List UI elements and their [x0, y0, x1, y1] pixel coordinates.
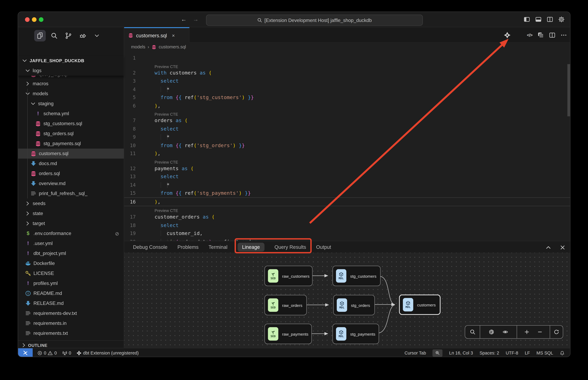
activity-more[interactable]: [91, 30, 103, 41]
code-line-19[interactable]: 19 customer_id,: [124, 229, 571, 238]
code-line-17[interactable]: 17customer_orders as (: [124, 213, 571, 221]
codelens[interactable]: Preview CTE: [124, 206, 571, 213]
language-mode-status[interactable]: MS SQL: [536, 351, 553, 355]
activity-search[interactable]: [48, 30, 60, 41]
zoom-out-icon[interactable]: [537, 329, 543, 335]
close-panel-icon[interactable]: [560, 244, 566, 250]
panel-tab-debug-console[interactable]: Debug Console: [133, 244, 167, 250]
tab-customers-sql[interactable]: customers.sql ×: [124, 27, 190, 43]
eye-icon[interactable]: [503, 329, 508, 335]
lineage-refresh-button[interactable]: [550, 326, 563, 338]
tree-item-requirements.in[interactable]: requirements.in: [18, 318, 124, 328]
line-col-status[interactable]: Ln 16, Col 3: [449, 351, 473, 355]
codelens-label[interactable]: Preview CTE: [155, 112, 178, 116]
lineage-node-stg_customers[interactable]: MDL stg_customers: [333, 266, 381, 286]
tree-folder-staging[interactable]: staging: [18, 99, 124, 109]
dbt-icon[interactable]: [504, 32, 510, 38]
breadcrumb-file[interactable]: customers.sql: [159, 45, 186, 49]
panel-tab-output[interactable]: Output: [316, 244, 331, 250]
lineage-node-customers[interactable]: MDL customers: [399, 295, 441, 315]
tree-folder-models[interactable]: models: [18, 89, 124, 99]
codelens-label[interactable]: Preview CTE: [155, 208, 178, 213]
activity-run-debug[interactable]: [77, 30, 88, 41]
codelens[interactable]: Preview CTE: [124, 62, 571, 69]
tree-folder-target[interactable]: target: [18, 219, 124, 228]
tree-item-schema.yml[interactable]: ! schema.yml: [18, 109, 124, 119]
split-editor-icon[interactable]: [549, 32, 556, 38]
eol-status[interactable]: LF: [525, 351, 530, 355]
maximize-panel-icon[interactable]: [546, 244, 551, 250]
panel-tab-query-results[interactable]: Query Results: [274, 244, 306, 250]
aperture-icon[interactable]: [488, 329, 494, 335]
tree-folder-macros[interactable]: macros: [18, 79, 124, 89]
code-area[interactable]: 1Preview CTE2with customers as (3 select…: [124, 54, 571, 246]
code-line-14[interactable]: 14 *: [124, 181, 571, 189]
toggle-sidebar-icon[interactable]: [524, 16, 530, 23]
tree-item-profiles.yml[interactable]: ! profiles.yml: [18, 279, 124, 288]
lineage-search-button[interactable]: [465, 326, 480, 338]
lineage-node-stg_orders[interactable]: MDL stg_orders: [333, 295, 375, 315]
tree-item-requirements.txt[interactable]: requirements.txt: [18, 328, 124, 338]
tree-item-overview.md[interactable]: overview.md: [18, 179, 124, 189]
tree-item-dbt_project.yml[interactable]: ! dbt_project.yml: [18, 248, 124, 259]
tree-item-stg_payments.sql[interactable]: stg_payments.sql: [18, 139, 124, 149]
tree-folder-seeds[interactable]: seeds: [18, 199, 124, 209]
tree-item-README.md[interactable]: README.md: [18, 288, 124, 298]
split-layout-icon[interactable]: [547, 16, 553, 23]
lineage-canvas[interactable]: SED raw_customers MDL stg_customers SED …: [124, 253, 571, 348]
zoom-in-icon[interactable]: [524, 329, 530, 335]
breadcrumb-folder[interactable]: models: [131, 45, 145, 49]
tree-item-.env.conformance[interactable]: $ .env.conformance ⊘: [18, 228, 124, 239]
ports-status[interactable]: 0: [62, 350, 71, 355]
code-line-6[interactable]: 6),: [124, 101, 571, 110]
lineage-node-raw_customers[interactable]: SED raw_customers: [264, 266, 313, 286]
code-line-12[interactable]: 12payments as (: [124, 164, 571, 172]
codelens-label[interactable]: Preview CTE: [155, 160, 178, 164]
activity-explorer[interactable]: [34, 30, 46, 41]
code-line-13[interactable]: 13 select: [124, 172, 571, 181]
back-button[interactable]: ←: [180, 16, 188, 22]
zoom-window-button[interactable]: [39, 17, 43, 22]
panel-tab-terminal[interactable]: Terminal: [208, 244, 227, 250]
dbt-extension-status[interactable]: dbt Extension (unregistered): [77, 350, 139, 355]
tree-item-LICENSE[interactable]: LICENSE: [18, 268, 124, 279]
tree-item-print_full_refresh._sql_[interactable]: print_full_refresh._sql_: [18, 189, 124, 199]
encoding-status[interactable]: UTF-8: [506, 351, 518, 355]
problems-status[interactable]: 0 0: [37, 350, 57, 355]
cursor-tab-status[interactable]: Cursor Tab: [405, 351, 426, 355]
code-line-15[interactable]: 15 from {{ ref('stg_payments') }}: [124, 189, 571, 197]
lineage-node-raw_orders[interactable]: SED raw_orders: [264, 295, 307, 315]
zoom-indicator[interactable]: [433, 349, 443, 357]
tree-root[interactable]: JAFFLE_SHOP_DUCKDB: [18, 56, 124, 66]
tree-item-customers.sql[interactable]: customers.sql: [18, 149, 124, 159]
tree-folder-state[interactable]: state: [18, 209, 124, 219]
codelens-label[interactable]: Preview CTE: [155, 64, 178, 69]
lineage-node-stg_payments[interactable]: MDL stg_payments: [333, 324, 379, 344]
toggle-panel-icon[interactable]: [535, 16, 542, 23]
tree-item-stg_orders.sql[interactable]: stg_orders.sql: [18, 129, 124, 139]
code-line-8[interactable]: 8 select: [124, 125, 571, 133]
more-actions-icon[interactable]: [561, 32, 567, 38]
code-line-18[interactable]: 18 select: [124, 221, 571, 229]
tree-item-orders.sql[interactable]: orders.sql: [18, 169, 124, 179]
query-results-icon[interactable]: [537, 32, 544, 38]
code-line-5[interactable]: 5 from {{ ref('stg_customers') }}: [124, 93, 571, 102]
bell-icon[interactable]: [560, 350, 565, 355]
panel-tab-problems[interactable]: Problems: [178, 244, 199, 250]
code-line-4[interactable]: 4 *: [124, 85, 571, 93]
activity-source-control[interactable]: [63, 30, 74, 41]
breadcrumb[interactable]: models › customers.sql: [131, 43, 186, 51]
code-line-11[interactable]: 11),: [124, 150, 571, 158]
close-tab-icon[interactable]: ×: [172, 32, 175, 38]
tree-item-logs[interactable]: logs: [18, 66, 124, 76]
minimize-window-button[interactable]: [32, 17, 37, 22]
tree-item-docs.md[interactable]: docs.md: [18, 159, 124, 169]
code-line-9[interactable]: 9 *: [124, 133, 571, 141]
code-line-3[interactable]: 3 select: [124, 77, 571, 85]
lineage-node-raw_payments[interactable]: SED raw_payments: [264, 324, 312, 344]
code-line-1[interactable]: 1: [124, 54, 571, 62]
code-icon[interactable]: </>: [527, 33, 532, 37]
indentation-status[interactable]: Spaces: 2: [479, 351, 499, 355]
remote-indicator[interactable]: [18, 348, 33, 357]
tree-item-Dockerfile[interactable]: Dockerfile: [18, 259, 124, 268]
